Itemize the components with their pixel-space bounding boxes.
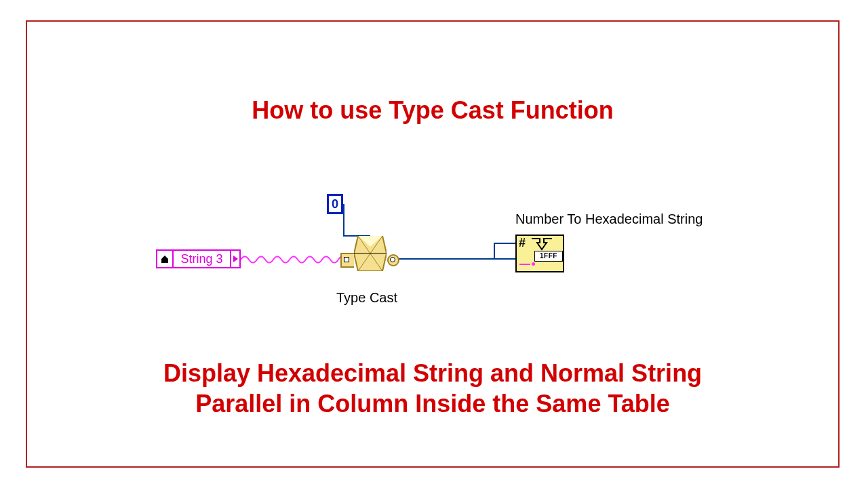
typecast-node[interactable] (354, 236, 387, 271)
string-output-indicator-dot (532, 262, 535, 266)
number-to-hex-string-node[interactable]: # 1FFF (515, 235, 564, 272)
local-variable-icon (157, 251, 174, 267)
string-control-label: String 3 (174, 252, 230, 266)
page-subtitle: Display Hexadecimal String and Normal St… (27, 358, 838, 419)
block-diagram: String 3 0 Type Cast (156, 190, 712, 325)
convert-arrow-icon (530, 237, 553, 251)
output-arrow-icon (230, 251, 239, 267)
hex-value-display: 1FFF (534, 251, 563, 262)
string-control-terminal[interactable]: String 3 (156, 249, 241, 268)
hex-node-title: Number To Hexadecimal String (515, 211, 703, 227)
page-title: How to use Type Cast Function (27, 96, 838, 125)
slide-frame: How to use Type Cast Function String 3 0 (26, 20, 840, 468)
numeric-wire-into-hex (494, 243, 515, 244)
numeric-wire-to-hex (399, 258, 515, 260)
numeric-wire-vertical (343, 204, 344, 237)
typecast-output-hole (390, 257, 395, 262)
typecast-label: Type Cast (336, 290, 397, 306)
string-wire (241, 253, 342, 266)
numeric-constant-zero[interactable]: 0 (327, 194, 343, 214)
string-output-indicator-line (519, 264, 530, 265)
hash-icon: # (519, 236, 526, 250)
numeric-wire-up (494, 243, 495, 260)
typecast-input-hole (344, 257, 349, 262)
